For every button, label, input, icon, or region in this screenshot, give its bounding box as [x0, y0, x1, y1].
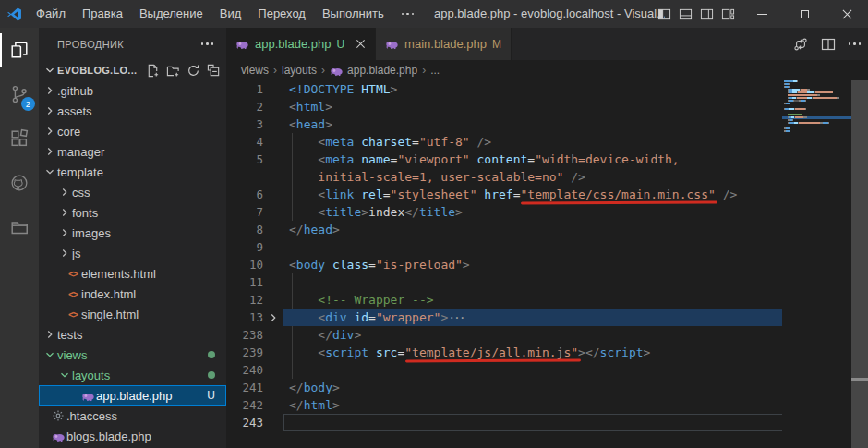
tree-item-js[interactable]: js [39, 243, 226, 263]
line-content: <body class="is-preload"> [283, 256, 868, 273]
gutter[interactable]: 10 [226, 256, 283, 273]
breadcrumb-item[interactable]: layouts [282, 64, 317, 77]
gutter[interactable]: 9 [226, 238, 283, 256]
breadcrumb-item[interactable]: ... [430, 64, 440, 77]
toggle-panel-icon[interactable] [679, 7, 693, 21]
workspace-root-row[interactable]: EVOBLOG.LO... [39, 60, 226, 80]
file-tree: .githubassetscoremanagertemplatecssfonts… [39, 80, 226, 446]
tree-item-index.html[interactable]: <>index.html [39, 284, 226, 304]
code-line-10[interactable]: 10<body class="is-preload"> [226, 256, 868, 273]
code-line-5[interactable]: 5 <meta name="viewport" content="width=d… [226, 151, 868, 168]
tab-main.blade.php[interactable]: main.blade.phpM [376, 28, 512, 60]
gutter[interactable]: 5 [226, 151, 283, 168]
code-line-4[interactable]: 4 <meta charset="utf-8" /> [226, 133, 868, 151]
code-line-239[interactable]: 239 <script src="template/js/all.min.js"… [226, 344, 868, 361]
gutter[interactable]: 7 [226, 203, 283, 221]
maximize-button[interactable] [783, 0, 826, 28]
tree-item-layouts[interactable]: layouts [39, 365, 226, 385]
tree-item-css[interactable]: css [39, 182, 226, 202]
code-line-6[interactable]: 6 <link rel="stylesheet" href="template/… [226, 186, 868, 203]
activitybar-source-control[interactable]: 2 [0, 72, 39, 116]
code-line-241[interactable]: 241</body> [226, 379, 868, 396]
tree-item-blogs.blade.php[interactable]: blogs.blade.php [39, 426, 226, 446]
activitybar-remote-explorer[interactable] [0, 205, 39, 249]
breadcrumb-item[interactable]: views [241, 64, 269, 77]
gutter[interactable] [226, 168, 283, 186]
menu-more-icon[interactable] [392, 0, 424, 28]
code-line-7[interactable]: 7 <title>index</title> [226, 203, 868, 221]
tree-item-fonts[interactable]: fonts [39, 202, 226, 223]
menu-переход[interactable]: Переход [249, 0, 314, 28]
gutter[interactable]: 243 [226, 414, 283, 431]
minimize-button[interactable] [741, 0, 783, 28]
activitybar-extensions[interactable] [0, 116, 39, 161]
collapse-all-icon[interactable] [207, 64, 221, 78]
activitybar-github[interactable] [0, 161, 39, 205]
tree-item-manager[interactable]: manager [39, 141, 226, 162]
code-line-240[interactable]: 240 [226, 361, 868, 379]
code-line-243[interactable]: 243 [226, 414, 868, 431]
menu-выполнить[interactable]: Выполнить [314, 0, 392, 28]
menu-правка[interactable]: Правка [74, 0, 131, 28]
menu-выделение[interactable]: Выделение [131, 0, 211, 28]
menu-вид[interactable]: Вид [211, 0, 250, 28]
code-line-242[interactable]: 242</html> [226, 396, 868, 414]
tree-item-single.html[interactable]: <>single.html [39, 304, 226, 324]
tree-item-images[interactable]: images [39, 223, 226, 243]
tree-item-core[interactable]: core [39, 121, 226, 141]
gutter[interactable]: 4 [226, 133, 283, 151]
gutter[interactable]: 241 [226, 379, 283, 396]
breadcrumb-item[interactable]: app.blade.php [330, 64, 417, 78]
code-line-13[interactable]: 13 <div id="wrapper">··· [226, 309, 868, 326]
close-button[interactable] [826, 0, 868, 28]
code-line-2[interactable]: 2<html> [226, 98, 868, 115]
gutter[interactable]: 240 [226, 361, 283, 379]
tree-item-views[interactable]: views [39, 345, 226, 365]
open-changes-icon[interactable] [793, 37, 808, 52]
editor-more-icon[interactable] [849, 30, 862, 58]
gutter[interactable]: 2 [226, 98, 283, 115]
gutter[interactable]: 11 [226, 273, 283, 291]
gutter[interactable]: 238 [226, 326, 283, 344]
tab-app.blade.php[interactable]: app.blade.phpU [226, 28, 376, 60]
new-file-icon[interactable] [146, 64, 160, 78]
tree-item-.github[interactable]: .github [39, 80, 226, 101]
gutter[interactable]: 13 [226, 309, 283, 326]
tree-item-template[interactable]: template [39, 162, 226, 182]
code-line-1[interactable]: 1<!DOCTYPE HTML> [226, 80, 868, 98]
gutter[interactable]: 242 [226, 396, 283, 414]
toggle-secondary-sidebar-icon[interactable] [700, 7, 714, 21]
code-line-9[interactable]: 9 [226, 238, 868, 256]
tree-item-elements.html[interactable]: <>elements.html [39, 263, 226, 284]
toggle-sidebar-icon[interactable] [657, 7, 671, 21]
fold-chevron-icon[interactable] [263, 311, 283, 324]
tree-item-assets[interactable]: assets [39, 101, 226, 121]
activitybar-explorer[interactable] [0, 28, 39, 72]
refresh-icon[interactable] [187, 64, 200, 78]
explorer-more-icon[interactable] [201, 30, 214, 58]
new-folder-icon[interactable] [166, 64, 180, 78]
tree-item-tests[interactable]: tests [39, 324, 226, 345]
gutter[interactable]: 8 [226, 221, 283, 238]
gutter[interactable]: 1 [226, 80, 283, 98]
code-line-3[interactable]: 3<head> [226, 115, 868, 133]
menu-файл[interactable]: Файл [28, 0, 74, 28]
gutter[interactable]: 239 [226, 344, 283, 361]
code-editor[interactable]: 1<!DOCTYPE HTML>2<html>3<head>4 <meta ch… [226, 80, 868, 448]
code-line-8[interactable]: 8</head> [226, 221, 868, 238]
code-line-238[interactable]: 238 </div> [226, 326, 868, 344]
code-line-wrap[interactable]: initial-scale=1, user-scalable=no" /> [226, 168, 868, 186]
minimap[interactable] [782, 80, 851, 448]
code-line-12[interactable]: 12 <!-- Wrapper --> [226, 291, 868, 309]
git-status-badge: U [207, 389, 215, 402]
close-tab-icon[interactable] [356, 39, 366, 49]
tree-item-.htaccess[interactable]: .htaccess [39, 406, 226, 426]
gutter[interactable]: 3 [226, 115, 283, 133]
gutter[interactable]: 6 [226, 186, 283, 203]
code-line-11[interactable]: 11 [226, 273, 868, 291]
scrollbar[interactable] [851, 80, 868, 448]
gutter[interactable]: 12 [226, 291, 283, 309]
split-editor-icon[interactable] [821, 37, 836, 52]
customize-layout-icon[interactable] [721, 7, 735, 21]
tree-item-app.blade.php[interactable]: app.blade.phpU [39, 385, 226, 406]
